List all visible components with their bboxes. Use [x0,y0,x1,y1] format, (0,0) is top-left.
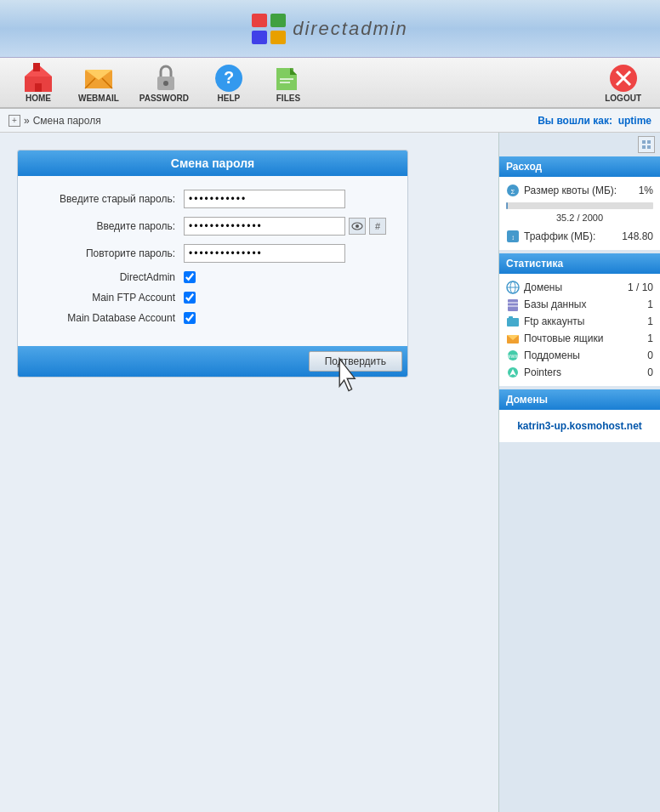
logout-icon [608,63,639,94]
nav-logout[interactable]: LOGOUT [595,60,651,106]
navbar: HOME WEBMAIL PASSWORD ? HELP [0,58,660,109]
confirm-password-label: Повторите пароль: [35,247,184,259]
ftp-icon [506,315,520,328]
stat-domains-value: 1 / 10 [628,281,653,293]
sidebar-statistika-section: Статистика Домены 1 / 10 [499,253,660,386]
nav-webmail-label: WEBMAIL [78,94,119,103]
header-logo: directadmin [252,14,408,44]
submit-button[interactable]: Подтвердить [309,351,402,372]
svg-rect-5 [35,83,42,92]
breadcrumb-username: uptime [618,115,651,127]
directadmin-checkbox[interactable] [184,271,196,283]
webmail-icon [83,63,114,94]
sidebar: Расход Σ Размер квоты (МБ): 1% [498,133,660,812]
ftp-checkbox-container [184,292,196,304]
stat-pointers-value: 0 [647,366,653,378]
svg-point-13 [163,81,168,86]
svg-rect-2 [252,31,267,44]
stat-subdomains-value: 0 [647,349,653,361]
stat-ftp-left: Ftp аккаунты [506,315,584,328]
traffic-icon: ↕ [506,230,520,243]
raskhod-body: Σ Размер квоты (МБ): 1% 35.2 / 2000 [499,177,660,250]
svg-text:↕: ↕ [511,234,515,241]
subdomains-icon: www [506,349,520,362]
stat-databases-left: Базы данных [506,298,586,311]
svg-rect-7 [33,63,40,71]
main-layout: Смена пароля Введите старый пароль: Введ… [0,133,660,812]
ftp-checkbox[interactable] [184,292,196,304]
svg-rect-0 [252,14,267,27]
header: directadmin [0,0,660,58]
breadcrumb-separator: » [24,115,30,127]
quota-label: Размер квоты (МБ): [524,185,617,196]
stat-subdomains-row: www Поддомены 0 [506,347,653,364]
quota-bar-container [506,202,653,209]
svg-rect-28 [642,145,646,149]
form-body: Введите старый пароль: Введите пароль: [18,176,407,346]
stat-pointers-left: Pointers [506,366,561,379]
nav-files[interactable]: FILES [259,60,318,106]
stat-subdomains-label: Поддомены [524,349,580,361]
quota-value: 35.2 / 2000 [506,213,653,223]
nav-files-label: FILES [276,94,300,103]
svg-text:?: ? [224,68,234,87]
home-icon [23,63,54,94]
quota-percent: 1% [639,185,653,196]
old-password-input[interactable] [184,190,345,208]
nav-password-label: PASSWORD [139,94,189,103]
breadcrumb-page: Смена пароля [33,115,101,127]
databases-icon [506,298,520,311]
stat-subdomains-left: www Поддомены [506,349,580,362]
traffic-label: Траффик (МБ): [524,230,595,242]
sidebar-settings-icon[interactable] [638,136,655,153]
svg-rect-41 [509,316,513,320]
quota-row: Σ Размер квоты (МБ): 1% [506,182,653,199]
breadcrumb-logged-in-label: Вы вошли как: [538,115,612,127]
password-hash-icon[interactable]: # [369,218,386,235]
domains-icon [506,281,520,294]
confirm-password-input[interactable] [184,244,345,263]
stat-ftp-value: 1 [647,315,653,327]
svg-rect-37 [508,299,518,311]
stat-pointers-row: Pointers 0 [506,364,653,381]
domain-link[interactable]: katrin3-up.kosmohost.net [506,415,653,437]
breadcrumb-left: + » Смена пароля [9,115,101,127]
pointers-icon [506,366,520,379]
raskhod-title: Расход [499,156,660,177]
stat-mailboxes-label: Почтовые ящики [524,332,603,344]
nav-password[interactable]: PASSWORD [129,60,199,106]
quota-icon: Σ [506,184,520,197]
svg-rect-19 [280,78,293,80]
breadcrumb-right: Вы вошли как: uptime [538,115,651,127]
sidebar-raskhod-section: Расход Σ Размер квоты (МБ): 1% [499,156,660,250]
stat-ftp-row: Ftp аккаунты 1 [506,313,653,330]
new-password-input[interactable] [184,217,345,236]
breadcrumb-plus-icon[interactable]: + [9,115,20,127]
stat-pointers-label: Pointers [524,366,561,378]
svg-rect-1 [270,14,286,27]
domeny-title: Домены [499,389,660,410]
stat-databases-value: 1 [647,298,653,310]
svg-rect-3 [270,31,286,44]
nav-home[interactable]: HOME [9,60,68,106]
svg-rect-40 [507,318,519,327]
confirm-password-row: Повторите пароль: [35,244,390,263]
stat-databases-row: Базы данных 1 [506,296,653,313]
nav-webmail[interactable]: WEBMAIL [68,60,129,106]
nav-help-label: HELP [218,94,241,103]
directadmin-label: DirectAdmin [35,271,184,283]
sidebar-top-icon [499,133,660,156]
nav-help[interactable]: ? HELP [199,60,259,106]
database-row: Main Database Account [35,312,390,324]
svg-rect-29 [647,145,651,149]
stat-domains-row: Домены 1 / 10 [506,279,653,296]
svg-text:Σ: Σ [511,188,515,196]
ftp-row: Main FTP Account [35,292,390,304]
traffic-value: 148.80 [622,230,653,242]
statistika-body: Домены 1 / 10 Базы данных 1 [499,274,660,386]
form-footer: Подтвердить [18,346,407,377]
database-checkbox[interactable] [184,312,196,324]
password-eye-icon[interactable] [349,218,366,235]
stat-mailboxes-row: Почтовые ящики 1 [506,330,653,347]
stat-databases-label: Базы данных [524,298,586,310]
